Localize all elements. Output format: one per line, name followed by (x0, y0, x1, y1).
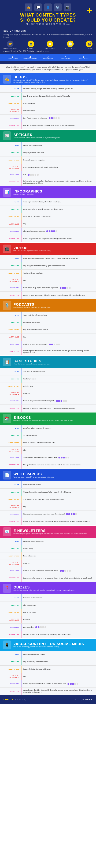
row-value-enewsletters-1: Lead nurturing (21, 545, 96, 552)
diff-dot-empty (37, 174, 39, 176)
row-value-podcasts-1: Appeals to mobile users (21, 319, 96, 326)
card-row-articles-3: COSTS TO OUTSOURCELow to moderate (varie… (0, 164, 96, 171)
diff-bar-quizzes: Low to medium (23, 626, 46, 628)
card-articles: 📰ARTICLESArticles establish your audienc… (0, 130, 96, 186)
row-label-videos-0: WHAT (0, 255, 21, 262)
row-value-articles-3: Low to moderate (varies with certain pub… (21, 164, 96, 171)
row-label-infographics-4: DIFFICULTY (0, 228, 21, 235)
card-row-casestudies-2: SWEET SPOTSWebsite, blog (0, 383, 96, 390)
diff-dot-filled (61, 400, 62, 402)
row-value-infographics-3: High (21, 220, 96, 227)
diff-dot-filled (73, 513, 75, 515)
row-value-quizzes-2: Blog, social media (21, 609, 96, 616)
row-label-infographics-5: POWER TIPS (0, 235, 21, 242)
row-label-blogs-0: WHAT (0, 85, 21, 92)
card-row-whitepapers-2: SWEET SPOTSTopics where others often sha… (0, 496, 96, 503)
diff-dot-empty (58, 117, 59, 119)
row-value-blogs-2: Low to moderate (21, 100, 96, 107)
row-label-podcasts-5: POWER TIPS (0, 348, 21, 355)
card-row-casestudies-3: COSTS TO OUTSOURCEModerate (0, 390, 96, 397)
card-row-ebooks-1: BENEFITSThought leadership (0, 432, 96, 439)
card-icon-podcasts: 🎙️ (3, 301, 11, 310)
diff-bar-whitepapers: High, requires deep subject expertise, r… (23, 513, 77, 515)
card-icon-infographics: 📊 (3, 188, 11, 197)
row-label-podcasts-1: BENEFITS (0, 319, 21, 326)
diff-dot-filled (70, 683, 72, 685)
diff-dot-filled (68, 683, 69, 685)
row-value-ebooks-2: Offers to download with optional content… (21, 439, 96, 446)
row-label-ebooks-2: SWEET SPOTS (0, 439, 21, 446)
icon-edit: ✍️ (25, 3, 32, 11)
row-label-quizzes-3: COSTS TO OUTSOURCE (0, 616, 21, 623)
row-label-whitepapers-5: POWER TIPS (0, 518, 21, 525)
diff-dot-empty (58, 344, 60, 345)
diff-dot-empty (45, 626, 46, 628)
card-row-videos-3: COSTS TO OUTSOURCEHigh (0, 277, 96, 284)
card-row-podcasts-4: DIFFICULTYMedium, requires regular sched… (0, 341, 96, 348)
plus-decoration: + (87, 5, 93, 16)
header: ✍️ 💬 👤 ❄️ 📷 + WHAT CONTENT TYPES SHOULD … (0, 0, 96, 28)
row-label-ebooks-1: BENEFITS (0, 432, 21, 439)
logo-text: CREATE (3, 698, 14, 701)
card-subtitle-articles: Articles establish your audience face wi… (14, 137, 60, 139)
diff-dot-filled (68, 513, 70, 515)
card-row-quizzes-4: DIFFICULTYLow to medium (0, 624, 96, 631)
card-icon-ebooks: 📚 (3, 414, 11, 423)
card-text-social: VISUAL CONTENT FOR SOCIAL MEDIAVisuals a… (14, 642, 84, 648)
row-value-whitepapers-3: High (21, 503, 96, 510)
card-subtitle-infographics: Most people love infographics. (14, 193, 42, 195)
row-label-articles-5: POWER TIPS (0, 178, 21, 186)
row-label-casestudies-1: BENEFITS (0, 375, 21, 382)
card-row-whitepapers-4: DIFFICULTYHigh, requires deep subject ex… (0, 510, 96, 518)
card-header-casestudies: 📋CASE STUDIESCase studies are a powerful… (0, 356, 96, 368)
row-value-infographics-1: Great potential to be shared, increases … (21, 206, 96, 213)
diff-dot-filled (66, 513, 68, 515)
card-subtitle-whitepapers: White papers are a good fit for complex … (14, 476, 54, 478)
card-subtitle-social: Visuals are increasingly important in so… (14, 646, 84, 648)
card-row-articles-1: BENEFITSCompany website, guest post (0, 149, 96, 156)
row-value-ebooks-4: Time-intensive, requires writing and des… (21, 454, 96, 461)
tactic-case-studies: 📋 CASE STUDIES (45, 40, 55, 49)
card-row-ebooks-3: COSTS TO OUTSOURCEHigh (0, 446, 96, 454)
row-label-articles-2: SWEET SPOTS (0, 156, 21, 164)
diff-dot-filled (51, 344, 53, 345)
card-row-infographics-0: WHATVisual representation of data, infor… (0, 198, 96, 206)
card-row-casestudies-0: WHATTrue proof of customer success. (0, 368, 96, 375)
b2b-section: B2B MARKETERS employ an average of 13 CO… (0, 28, 96, 64)
diff-dot-empty (32, 174, 34, 176)
card-social: 📱VISUAL CONTENT FOR SOCIAL MEDIAVisuals … (0, 639, 96, 695)
diff-bar-podcasts: Medium, requires regular schedule (23, 343, 60, 345)
card-header-whitepapers: 📄WHITE PAPERSWhite papers are a good fit… (0, 469, 96, 481)
card-row-videos-2: SWEET SPOTSYouTube, Vimeo, social sites (0, 270, 96, 277)
card-row-blogs-1: BENEFITSSearch rankings, thought leaders… (0, 93, 96, 100)
diff-dot-filled (49, 344, 51, 345)
card-subtitle-casestudies: Case studies are a powerful sales engage… (14, 363, 50, 365)
card-row-enewsletters-4: DIFFICULTYMedium, requires consistent sc… (0, 567, 96, 575)
row-value-social-4: Visuals require skill and tools to produ… (21, 680, 96, 687)
icon-snow: ❄️ (54, 3, 62, 11)
row-label-blogs-1: BENEFITS (0, 93, 21, 100)
card-header-enewsletters: 📧E-NEWSLETTERSeNewsletter packages curat… (0, 526, 96, 538)
tactic-icon-case-studies: 📋 (47, 40, 53, 47)
icon-user: 👤 (44, 3, 52, 11)
card-row-quizzes-5: POWER TIPSUse quiz creation tools. Make … (0, 631, 96, 638)
row-label-social-0: WHAT (0, 651, 21, 658)
header-icon-row: ✍️ 💬 👤 ❄️ 📷 (3, 3, 93, 11)
row-label-podcasts-2: SWEET SPOTS (0, 326, 21, 333)
diff-dot-empty (63, 400, 65, 402)
top5-newsletters: 1 E-NEWSLETTERS (3, 55, 21, 60)
top5-social: 4 SOCIAL MEDIA (57, 55, 75, 60)
row-label-casestudies-5: POWER TIPS (0, 405, 21, 412)
row-value-ebooks-5: Plan qualified data sources for later re… (21, 461, 96, 469)
row-value-podcasts-2: Blog posts and other online content (21, 326, 96, 333)
card-subtitle-ebooks: eBooks are versatile, relatively simple … (14, 420, 73, 422)
row-label-podcasts-3: COSTS TO OUTSOURCE (0, 334, 21, 341)
row-value-quizzes-3: Moderate (21, 616, 96, 623)
card-ebooks: 📚E-BOOKSeBooks are versatile, relatively… (0, 412, 96, 469)
card-row-podcasts-3: COSTS TO OUTSOURCEHigh (0, 334, 96, 341)
row-label-infographics-1: BENEFITS (0, 206, 21, 213)
row-label-quizzes-2: SWEET SPOTS (0, 609, 21, 616)
diff-bar-ebooks: Time-intensive, requires writing and des… (23, 456, 69, 459)
tactic-in-person: 🤝 IN-PERSON EVENTS (3, 40, 17, 49)
tactic-label-webinars: WEBINARS (27, 48, 34, 49)
